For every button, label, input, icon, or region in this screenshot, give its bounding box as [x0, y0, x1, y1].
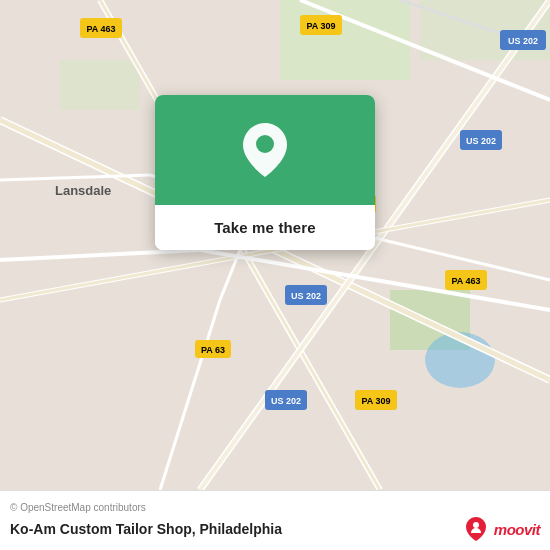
map-attribution: © OpenStreetMap contributors [10, 502, 540, 513]
svg-text:US 202: US 202 [291, 291, 321, 301]
svg-text:Lansdale: Lansdale [55, 183, 111, 198]
svg-text:US 202: US 202 [466, 136, 496, 146]
moovit-text: moovit [494, 521, 540, 538]
svg-text:PA 309: PA 309 [306, 21, 335, 31]
svg-point-44 [256, 135, 274, 153]
svg-text:US 202: US 202 [508, 36, 538, 46]
svg-text:PA 463: PA 463 [86, 24, 115, 34]
svg-rect-1 [280, 0, 410, 80]
take-me-there-button[interactable]: Take me there [155, 205, 375, 250]
bottom-bar: © OpenStreetMap contributors Ko-Am Custo… [0, 490, 550, 550]
svg-point-45 [473, 522, 479, 528]
popup-card: Take me there [155, 95, 375, 250]
moovit-icon [462, 515, 490, 543]
svg-rect-4 [60, 60, 140, 110]
moovit-logo: moovit [462, 515, 540, 543]
svg-text:PA 463: PA 463 [451, 276, 480, 286]
svg-text:US 202: US 202 [271, 396, 301, 406]
popup-header [155, 95, 375, 205]
svg-text:PA 309: PA 309 [361, 396, 390, 406]
map-container: PA 463 PA 309 US 202 PA 63 US 202 PA 463… [0, 0, 550, 490]
svg-text:PA 63: PA 63 [201, 345, 225, 355]
location-pin-icon [243, 123, 287, 177]
place-name: Ko-Am Custom Tailor Shop, Philadelphia [10, 521, 282, 537]
